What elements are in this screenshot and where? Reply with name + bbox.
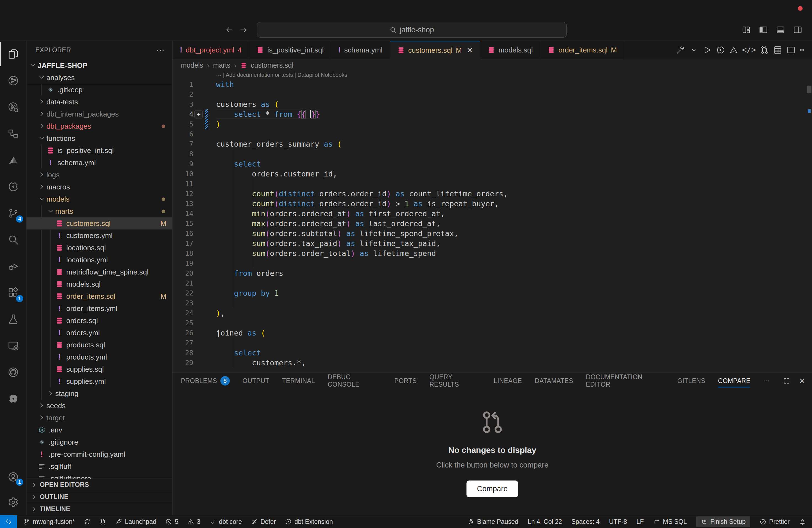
tree-item-.sqlfluff[interactable]: .sqlfluff xyxy=(27,460,172,472)
tree-item-marts[interactable]: marts xyxy=(27,205,172,217)
section-open-editors[interactable]: OPEN EDITORS xyxy=(27,479,172,491)
action-altimate-outline-icon[interactable] xyxy=(729,45,738,55)
tree-item-.sqlfluffignore[interactable]: .sqlfluffignore xyxy=(27,472,172,479)
toggle-sidebar-left-icon[interactable] xyxy=(758,25,768,35)
panel-tab-debug-console[interactable]: DEBUG CONSOLE xyxy=(328,372,381,389)
panel-tab-ports[interactable]: PORTS xyxy=(394,372,417,389)
customize-layout-icon[interactable] xyxy=(741,25,751,35)
activity-dbt-query-explorer[interactable] xyxy=(0,94,27,120)
tab-schema.yml[interactable]: !schema.yml xyxy=(331,41,390,59)
action-compare-sm-icon[interactable] xyxy=(760,45,769,55)
action-split-icon[interactable] xyxy=(786,45,796,55)
nav-back-icon[interactable] xyxy=(223,24,235,36)
panel-tab-documentation-editor[interactable]: DOCUMENTATION EDITOR xyxy=(586,372,665,389)
tree-item-target[interactable]: target xyxy=(27,412,172,424)
breadcrumb-item[interactable]: customers.sql xyxy=(251,61,293,69)
status-dbt-core[interactable]: dbt core xyxy=(209,518,242,526)
activity-source-control[interactable]: 4 xyxy=(0,200,27,226)
activity-remote-explorer[interactable] xyxy=(0,333,27,359)
panel-more-icon[interactable]: ⋯ xyxy=(763,372,769,389)
tab-is_positive_int.sql[interactable]: is_positive_int.sql xyxy=(249,41,331,59)
panel-tab-lineage[interactable]: LINEAGE xyxy=(494,372,522,389)
tree-item-models[interactable]: models xyxy=(27,193,172,205)
status-blame-paused[interactable]: Blame Paused xyxy=(467,518,518,526)
tree-item-order_items.sql[interactable]: order_items.sql M xyxy=(27,290,172,303)
status-git-branch[interactable]: mwong-fusion* xyxy=(23,518,75,526)
toggle-panel-icon[interactable] xyxy=(775,25,785,35)
status-indentation[interactable]: Spaces: 4 xyxy=(571,518,599,526)
status-cursor-position[interactable]: Ln 4, Col 22 xyxy=(528,518,562,526)
status-defer[interactable]: Defer xyxy=(251,518,276,526)
close-icon[interactable]: ✕ xyxy=(467,46,473,55)
tree-item-locations.sql[interactable]: locations.sql xyxy=(27,241,172,254)
nav-forward-icon[interactable] xyxy=(237,24,250,36)
more-actions-icon[interactable]: ⋯ xyxy=(156,45,165,55)
activity-github[interactable] xyxy=(0,359,27,385)
activity-extensions[interactable]: 1 xyxy=(0,279,27,306)
panel-tab-output[interactable]: OUTPUT xyxy=(243,372,269,389)
tab-customers.sql[interactable]: customers.sql M ✕ xyxy=(390,41,480,59)
tree-item-orders.sql[interactable]: orders.sql xyxy=(27,314,172,327)
tree-item-functions[interactable]: functions xyxy=(27,132,172,144)
status-pull-request[interactable] xyxy=(99,518,106,525)
tree-item-models.sql[interactable]: models.sql xyxy=(27,278,172,290)
status-finish-setup[interactable]: Finish Setup xyxy=(696,516,750,527)
action-code-icon[interactable]: </> xyxy=(742,45,756,54)
panel-tab-terminal[interactable]: TERMINAL xyxy=(282,372,315,389)
panel-tab-datamates[interactable]: DATAMATES xyxy=(535,372,573,389)
tree-item-customers.sql[interactable]: customers.sql M xyxy=(27,217,172,230)
add-line-button[interactable]: + xyxy=(194,110,203,118)
activity-search[interactable] xyxy=(0,226,27,253)
status-eol[interactable]: LF xyxy=(636,518,644,526)
tab-order_items.sql[interactable]: order_items.sql M xyxy=(540,41,624,59)
action-play-icon[interactable] xyxy=(702,45,712,55)
toggle-sidebar-right-icon[interactable] xyxy=(793,25,802,35)
close-panel-icon[interactable]: ✕ xyxy=(799,377,806,385)
breadcrumb-item[interactable]: models xyxy=(181,61,203,69)
activity-run-and-debug[interactable] xyxy=(0,253,27,279)
codelens-link[interactable]: Add documentation or tests xyxy=(226,72,293,78)
action-hammer-icon[interactable] xyxy=(676,45,685,55)
scrollbar-thumb[interactable] xyxy=(807,86,811,93)
activity-explorer[interactable] xyxy=(0,41,27,68)
activity-accounts[interactable]: 1 xyxy=(0,464,27,489)
action-table-icon[interactable] xyxy=(773,45,782,55)
tree-item-staging[interactable]: staging xyxy=(27,387,172,400)
tree-item-dbt_packages[interactable]: dbt_packages xyxy=(27,120,172,132)
tab-models.sql[interactable]: models.sql xyxy=(480,41,540,59)
status-encoding[interactable]: UTF-8 xyxy=(609,518,627,526)
panel-tab-query-results[interactable]: QUERY RESULTS xyxy=(430,372,481,389)
action-chev-mini-icon[interactable] xyxy=(689,45,698,55)
panel-tab-compare[interactable]: COMPARE xyxy=(718,372,750,389)
tree-item-products.yml[interactable]: !products.yml xyxy=(27,351,172,363)
panel-tab-gitlens[interactable]: GITLENS xyxy=(678,372,706,389)
status-prettier[interactable]: Prettier xyxy=(759,518,789,526)
breadcrumb-item[interactable]: marts xyxy=(213,61,231,69)
tree-item-order_items.yml[interactable]: !order_items.yml xyxy=(27,303,172,314)
maximize-panel-icon[interactable] xyxy=(782,377,791,385)
tree-item-macros[interactable]: macros xyxy=(27,181,172,193)
tree-item-locations.yml[interactable]: !locations.yml xyxy=(27,254,172,266)
activity-testing[interactable] xyxy=(0,306,27,333)
activity-dbt-run-results[interactable] xyxy=(0,68,27,94)
tree-item-.env[interactable]: .env xyxy=(27,424,172,436)
status-errors[interactable]: 5 xyxy=(165,518,178,526)
tree-item-data-tests[interactable]: data-tests xyxy=(27,96,172,108)
tree-item-products.sql[interactable]: products.sql xyxy=(27,339,172,351)
activity-altimate-datapilot[interactable] xyxy=(0,147,27,173)
codelens-link[interactable]: ··· xyxy=(216,72,221,78)
section-outline[interactable]: OUTLINE xyxy=(27,491,172,503)
action-ellipsis-icon[interactable]: ⋯ xyxy=(800,45,804,54)
tree-item-supplies.yml[interactable]: !supplies.yml xyxy=(27,375,172,387)
activity-flow-diagram[interactable] xyxy=(0,120,27,147)
compare-button[interactable]: Compare xyxy=(466,481,518,497)
tree-item-metricflow_time_spine.sql[interactable]: metricflow_time_spine.sql xyxy=(27,266,172,278)
codelens-link[interactable]: Datapilot Notebooks xyxy=(298,72,347,78)
tree-item-.pre-commit-config.yaml[interactable]: !.pre-commit-config.yaml xyxy=(27,448,172,460)
remote-indicator[interactable] xyxy=(0,515,17,528)
status-launchpad[interactable]: Launchpad xyxy=(115,518,156,526)
tree-item-customers.yml[interactable]: !customers.yml xyxy=(27,230,172,241)
panel-tab-problems[interactable]: PROBLEMS 8 xyxy=(181,372,230,389)
action-knot-icon[interactable] xyxy=(715,45,725,55)
activity-dbt-actions[interactable] xyxy=(0,385,27,412)
